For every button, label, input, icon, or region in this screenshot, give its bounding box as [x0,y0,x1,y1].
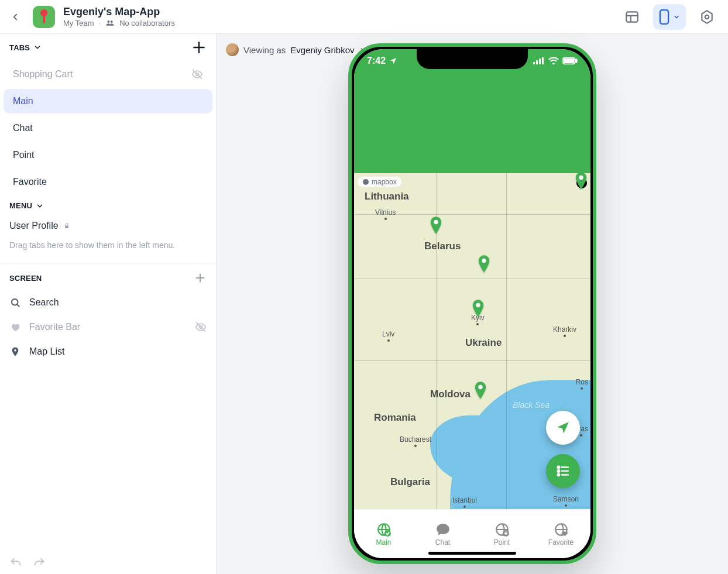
svg-rect-23 [542,57,544,64]
screen-favorite-bar[interactable]: Favorite Bar [0,315,216,339]
map-pin[interactable] [478,255,490,273]
svg-point-34 [482,259,486,263]
location-arrow-icon [555,420,571,435]
svg-point-38 [558,466,559,468]
plus-icon [194,271,207,284]
svg-point-42 [558,474,559,476]
nav-favorite[interactable]: Favorite [531,510,590,558]
svg-point-33 [434,220,438,224]
map-pin[interactable] [474,381,487,399]
hidden-indicator[interactable] [195,321,207,333]
map-view[interactable]: mapbox i Lithuania Belarus Ukraine Moldo… [354,173,590,509]
back-button[interactable] [6,8,25,26]
svg-rect-21 [536,60,538,64]
country-label: Belarus [424,240,461,252]
svg-point-32 [363,179,369,185]
undo-icon [9,556,22,569]
svg-point-37 [579,176,583,180]
collaborators-text[interactable]: No collaborators [119,19,175,28]
svg-point-19 [14,349,16,352]
phone-screen: 7:42 Main [354,49,590,558]
tab-shopping-cart[interactable]: Shopping Cart [4,62,212,87]
table-icon [624,9,640,25]
city-label: Ros [576,378,588,390]
search-icon [9,297,21,308]
cellular-icon [533,57,545,65]
city-label: Lviv [382,330,394,342]
plus-icon [191,40,207,55]
settings-button[interactable] [694,4,720,30]
device-preview-button[interactable] [653,4,686,30]
map-pin[interactable] [472,300,485,317]
sidebar: TABS Shopping Cart Main Chat Point Favor… [0,34,217,574]
viewing-as-name: Evgeniy Gribkov [290,45,354,55]
svg-rect-26 [575,59,577,63]
tab-label: Shopping Cart [13,69,73,80]
svg-rect-20 [533,62,535,64]
add-screen-component-button[interactable] [194,271,207,284]
menu-user-profile[interactable]: User Profile [0,216,216,236]
city-label: Vilnius [375,208,396,220]
data-view-button[interactable] [619,4,645,30]
map-pin[interactable] [430,216,442,234]
city-label: Kharkiv [553,325,576,337]
country-label: Romania [374,412,416,424]
separator-dot: · [99,19,101,28]
avatar [226,43,239,56]
list-icon [555,463,571,479]
screen-map-list[interactable]: Map List [0,339,216,364]
app-subtitle: My Team · No collaborators [63,19,175,28]
screen-section-toggle[interactable]: SCREEN [9,274,42,283]
wifi-icon [548,57,559,65]
tab-label: Favorite [13,177,47,187]
city-label: Samson [553,495,579,507]
team-name[interactable]: My Team [63,19,94,28]
home-indicator [428,552,516,555]
screen-item-label: Favorite Bar [29,322,187,332]
tab-main[interactable]: Main [4,89,212,114]
svg-point-0 [107,20,109,23]
divider [0,263,216,263]
undo-button[interactable] [9,556,22,569]
preview-canvas: Viewing as Evgeniy Gribkov 7:42 [217,34,728,574]
lock-icon [63,222,70,229]
tab-favorite[interactable]: Favorite [4,170,212,194]
mapbox-icon [362,178,369,185]
country-label: Bulgaria [390,476,430,488]
tab-point[interactable]: Point [4,143,212,167]
country-label: Lithuania [365,191,409,202]
svg-rect-5 [660,10,668,24]
map-pin[interactable] [575,173,588,190]
chevron-down-icon [33,43,42,51]
chevron-down-icon [36,202,44,210]
list-view-button[interactable] [546,454,580,488]
phone-notch [417,49,528,69]
nav-point[interactable]: Point [472,510,531,558]
chat-icon [435,522,451,537]
nav-main[interactable]: Main [354,510,413,558]
status-time: 7:42 [367,56,386,66]
svg-line-16 [17,304,19,306]
app-title: Evgeniy's Map-App [63,6,175,19]
redo-button[interactable] [33,556,46,569]
menu-label: MENU [9,201,32,210]
hidden-indicator[interactable] [191,68,203,80]
add-tab-button[interactable] [191,40,207,55]
city-label: Istanbul [452,496,477,508]
screen-search[interactable]: Search [0,290,216,315]
globe-heart-icon [554,522,569,537]
menu-section-toggle[interactable]: MENU [9,201,44,210]
viewing-as-selector[interactable]: Viewing as Evgeniy Gribkov [226,43,368,56]
tab-chat[interactable]: Chat [4,116,212,140]
menu-section-header: MENU [0,195,216,216]
screen-item-label: Search [29,297,207,308]
nav-label: Favorite [548,538,574,546]
nav-chat[interactable]: Chat [413,510,472,558]
tabs-section-toggle[interactable]: TABS [9,43,42,52]
svg-point-35 [476,303,480,307]
svg-rect-12 [65,226,68,229]
tabs-section-header: TABS [0,34,216,61]
chevron-left-icon [10,12,20,22]
tab-label: Point [13,150,34,160]
locate-me-button[interactable] [546,411,580,445]
